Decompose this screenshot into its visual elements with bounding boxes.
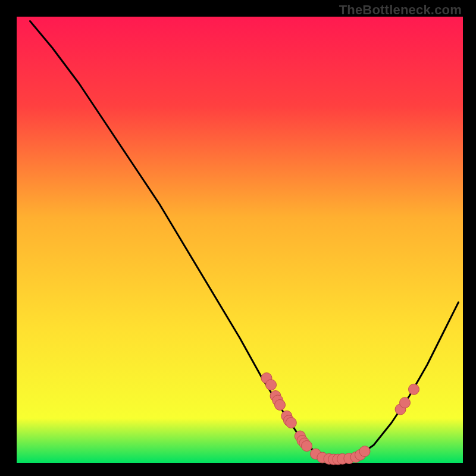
data-marker <box>275 400 286 411</box>
data-marker <box>302 441 312 452</box>
data-marker <box>266 380 277 390</box>
data-marker <box>409 384 419 394</box>
watermark-text: TheBottleneck.com <box>339 2 462 18</box>
data-marker <box>286 418 296 428</box>
chart-svg <box>0 0 476 476</box>
data-marker <box>400 397 411 408</box>
data-marker <box>359 446 370 457</box>
chart-container: TheBottleneck.com <box>0 0 476 476</box>
plot-background <box>17 17 463 463</box>
